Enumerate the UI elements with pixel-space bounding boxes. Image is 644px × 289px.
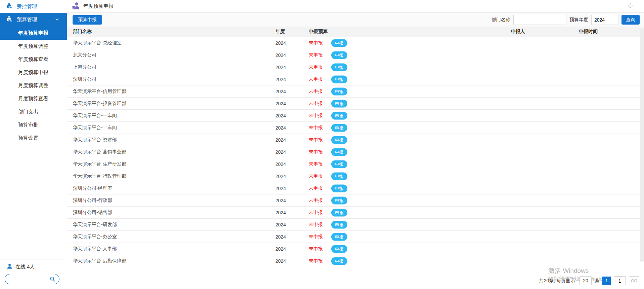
year-cell: 2024 [275,222,286,227]
declare-row-button[interactable]: 申报 [331,39,347,47]
dept-name-label: 部门名称 [491,17,510,23]
sidebar-item-7[interactable]: 预算审批 [0,118,67,132]
online-users: 在线 4人 [0,259,67,270]
year-cell: 2024 [275,161,286,167]
chevron-down-icon [55,17,59,23]
goto-page-input[interactable] [614,276,626,285]
table-row-8: 华天演示平台-资财部2024未申报申报 [67,134,644,146]
budget-year-input[interactable] [591,15,618,25]
dept-name-cell: 北京分公司 [73,52,96,58]
table-row-13: 深圳分公司-行政部2024未申报申报 [67,194,644,207]
table-row-15: 华天演示平台-研发部2024未申报申报 [67,219,644,231]
sidebar-item-0[interactable]: 年度预算申报 [0,26,67,40]
status-cell: 未申报 [309,52,323,58]
budget-app-window: $ 费控管理 $ 预算管理 年度预算申报 [0,0,644,289]
table-row-2: 上海分公司2024未申报申报 [67,61,644,73]
dept-name-input[interactable] [513,15,566,25]
table-row-1: 北京分公司2024未申报申报 [67,49,644,61]
declare-row-button[interactable]: 申报 [331,257,347,265]
declare-row-button[interactable]: 申报 [331,51,347,59]
declare-row-button[interactable]: 申报 [331,100,347,107]
sidebar-item-1[interactable]: 年度预算调整 [0,40,67,53]
table-row-6: 华天演示平台-一车间2024未申报申报 [67,110,644,122]
declare-budget-button[interactable]: 预算申报 [73,15,102,25]
declare-row-button[interactable]: 申报 [331,221,347,228]
year-cell: 2024 [275,186,286,191]
year-cell: 2024 [275,40,286,46]
declare-row-button[interactable]: 申报 [331,233,347,241]
declare-row-button[interactable]: 申报 [331,148,347,156]
search-icon[interactable] [50,276,55,282]
status-cell: 未申报 [309,161,323,167]
page-size-input[interactable]: 20 [579,276,592,285]
declare-row-button[interactable]: 申报 [331,172,347,180]
table-header: 部门名称 年度 申报预算 申报人 申报时间 [67,27,644,37]
declare-row-button[interactable]: 申报 [331,245,347,253]
sidebar-item-8[interactable]: 预算设置 [0,132,67,145]
declare-row-button[interactable]: 申报 [331,112,347,119]
dept-name-cell: 华天演示平台-投资管理部 [73,101,126,107]
status-cell: 未申报 [309,185,323,191]
status-cell: 未申报 [309,222,323,228]
toolbar: 预算申报 部门名称 预算年度 查询 [67,13,644,27]
declare-row-button[interactable]: 申报 [331,124,347,132]
dept-name-cell: 华天演示平台-办公室 [73,234,117,240]
main-content: 年度预算申报 预算申报 部门名称 预算年度 查询 部门名称 年度 申报预算 申报… [67,0,644,289]
dept-name-cell: 华天演示平台-后勤保障部 [73,258,126,264]
sidebar-group-budget-management[interactable]: $ 预算管理 [0,13,67,26]
status-cell: 未申报 [309,197,323,204]
status-cell: 未申报 [309,125,323,131]
declare-row-button[interactable]: 申报 [331,184,347,192]
dept-name-cell: 华天演示平台-行政管理部 [73,173,126,179]
declare-row-button[interactable]: 申报 [331,136,347,144]
declare-row-button[interactable]: 申报 [331,160,347,168]
sidebar-item-2[interactable]: 年度预算查看 [0,53,67,66]
sidebar-item-4[interactable]: 月度预算调整 [0,79,67,92]
year-cell: 2024 [275,52,286,58]
pagination-unit-label: 条 [595,278,599,284]
year-cell: 2024 [275,113,286,118]
vertical-scrollbar[interactable] [640,28,644,262]
sidebar-submenu: 年度预算申报年度预算调整年度预算查看月度预算申报月度预算调整月度预算查看部门支出… [0,26,67,145]
status-cell: 未申报 [309,137,323,143]
page-title: 年度预算申报 [83,3,114,9]
sidebar-item-3[interactable]: 月度预算申报 [0,66,67,79]
column-header-budget: 申报预算 [309,29,328,35]
dept-name-cell: 上海分公司 [73,64,96,70]
dept-name-cell: 华天演示平台-生产研发部 [73,161,126,167]
dept-name-cell: 华天演示平台-营销事业部 [73,149,126,155]
current-page-button[interactable]: 1 [602,277,611,285]
table-row-7: 华天演示平台-二车间2024未申报申报 [67,122,644,134]
sidebar-item-5[interactable]: 月度预算查看 [0,92,67,105]
table-row-4: 华天演示平台-信用管理部2024未申报申报 [67,85,644,98]
year-cell: 2024 [275,101,286,106]
star-icon[interactable] [627,3,634,11]
status-cell: 未申报 [309,113,323,119]
sidebar-item-6[interactable]: 部门支出 [0,105,67,118]
table-row-12: 深圳分公司-经理室2024未申报申报 [67,182,644,194]
money-bag-icon: $ [6,16,12,24]
table-row-18: 华天演示平台-后勤保障部2024未申报申报 [67,255,644,267]
query-button[interactable]: 查询 [621,15,640,25]
pagination-summary: 共20条, 每页显示: [539,278,576,284]
dept-name-cell: 深圳分公司-经理室 [73,185,112,191]
go-button[interactable]: GO [629,276,639,285]
status-cell: 未申报 [309,149,323,155]
sidebar-search-input[interactable] [5,277,50,282]
declare-row-button[interactable]: 申报 [331,87,347,95]
dept-name-cell: 华天演示平台-信用管理部 [73,88,126,95]
sidebar-item-expense-control[interactable]: $ 费控管理 [0,0,67,13]
dept-name-cell: 华天演示平台-二车间 [73,125,117,131]
dept-name-cell: 华天演示平台-一车间 [73,113,117,119]
declare-row-button[interactable]: 申报 [331,196,347,204]
declare-row-button[interactable]: 申报 [331,75,347,83]
table-row-16: 华天演示平台-办公室2024未申报申报 [67,231,644,243]
year-cell: 2024 [275,149,286,155]
column-header-time: 申报时间 [579,29,598,35]
online-users-label: 在线 4人 [15,264,35,270]
declare-row-button[interactable]: 申报 [331,63,347,71]
watermark-line1: 激活 Windows [548,267,614,275]
status-cell: 未申报 [309,40,323,46]
declare-row-button[interactable]: 申报 [331,209,347,216]
status-cell: 未申报 [309,246,323,252]
